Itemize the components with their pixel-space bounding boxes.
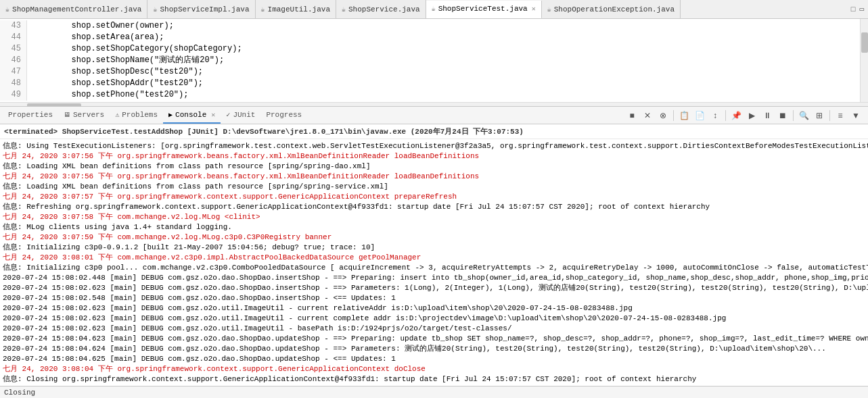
console-header-text: <terminated> ShopServiceTest.testAddShop… (4, 128, 524, 136)
panel-tab-console[interactable]: ▶ Console ✕ (163, 107, 221, 124)
java-icon-2: ☕ (153, 5, 157, 14)
clear-button[interactable]: ↕ (708, 109, 722, 122)
panel-tab-bar: Properties 🖥 Servers ⚠ Problems ▶ Consol… (0, 107, 868, 124)
line-code: shop.setPhone("test20"); (27, 89, 188, 101)
copy-button[interactable]: 📋 (677, 109, 691, 122)
console-line: 七月 24, 2020 3:07:57 下午 org.springframewo… (3, 192, 865, 202)
line-number: 47 (0, 66, 27, 78)
java-icon-4: ☕ (342, 5, 346, 14)
run-button[interactable]: ▶ (745, 109, 758, 122)
code-line-49: 49 shop.setPhone("test20"); (0, 89, 868, 101)
search-button[interactable]: 🔍 (797, 109, 810, 122)
h-scrollbar-thumb[interactable] (27, 103, 81, 107)
console-line: 七月 24, 2020 3:07:56 下午 org.springframewo… (3, 172, 865, 182)
console-line: 信息: MLog clients using java 1.4+ standar… (3, 222, 865, 232)
code-line-47: 47 shop.setShopDesc("test20"); (0, 66, 868, 78)
grid-button[interactable]: ⊞ (813, 109, 826, 122)
console-line: 2020-07-24 15:08:02.623 [main] DEBUG com… (3, 303, 865, 314)
console-line: 2020-07-24 15:08:02.623 [main] DEBUG com… (3, 324, 865, 334)
status-bar: Closing (0, 386, 868, 398)
console-line: 2020-07-24 15:08:04.625 [main] DEBUG com… (3, 354, 865, 364)
line-code: shop.setShopCategory(shopCategory); (27, 43, 242, 55)
console-output[interactable]: 七月 24, 2020 3:07:55 下午 org.springframewo… (0, 139, 868, 386)
line-code: shop.setShopAddr("test20"); (27, 78, 203, 89)
junit-label: JUnit (233, 111, 255, 119)
java-icon-3: ☕ (261, 5, 265, 14)
pause-button[interactable]: ⏸ (760, 109, 774, 122)
panel-tab-servers[interactable]: 🖥 Servers (58, 107, 110, 124)
console-line: 2020-07-24 15:08:02.448 [main] DEBUG com… (3, 273, 865, 283)
tab-image-util[interactable]: ☕ ImageUtil.java (256, 0, 336, 18)
console-line: 2020-07-24 15:08:02.623 [main] DEBUG com… (3, 283, 865, 293)
tab-shop-service-test[interactable]: ☕ ShopServiceTest.java ✕ (426, 1, 542, 19)
tab-shop-management[interactable]: ☕ ShopManagementController.java (0, 0, 147, 18)
menu-button[interactable]: ≡ (833, 109, 847, 122)
tab-controls: □ ▭ (847, 5, 868, 14)
code-line-45: 45 shop.setShopCategory(shopCategory); (0, 43, 868, 55)
panel-tab-junit[interactable]: ✓ JUnit (221, 107, 260, 124)
code-line-44: 44 shop.setArea(area); (0, 32, 868, 43)
separator-2 (725, 110, 726, 121)
console-line: 2020-07-24 15:08:02.548 [main] DEBUG com… (3, 293, 865, 303)
horizontal-scrollbar[interactable] (0, 102, 868, 107)
stop2-button[interactable]: ⏹ (776, 109, 790, 122)
separator-1 (673, 110, 674, 121)
console-header: <terminated> ShopServiceTest.testAddShop… (0, 124, 868, 139)
console-line: 信息: Refreshing org.springframework.conte… (3, 202, 865, 212)
console-line: 2020-07-24 15:08:04.623 [main] DEBUG com… (3, 334, 865, 344)
tab-shop-operation-exception[interactable]: ☕ ShopOperationException.java (542, 0, 681, 18)
line-number: 49 (0, 89, 27, 101)
console-line: 信息: Initializing c3p0 pool... com.mchang… (3, 263, 865, 273)
java-icon-1: ☕ (5, 5, 9, 14)
junit-icon: ✓ (226, 111, 230, 119)
console-line: 七月 24, 2020 3:07:58 下午 com.mchange.v2.lo… (3, 212, 865, 222)
tab-label-1: ShopManagementController.java (12, 5, 141, 14)
console-line: 信息: Initializing c3p0-0.9.1.2 [built 21-… (3, 243, 865, 253)
tab-label-5: ShopServiceTest.java (438, 5, 528, 13)
paste-button[interactable]: 📄 (693, 109, 706, 122)
console-line: 七月 24, 2020 3:08:01 下午 com.mchange.v2.c3… (3, 253, 865, 263)
console-line: 信息: Loading XML bean definitions from cl… (3, 161, 865, 172)
tab-label-2: ShopServiceImpl.java (160, 5, 250, 14)
line-code: shop.setArea(area); (27, 32, 164, 43)
close-tab-icon[interactable]: ✕ (532, 5, 536, 13)
vertical-scrollbar[interactable] (860, 19, 868, 106)
line-number: 46 (0, 55, 27, 66)
separator-3 (793, 110, 794, 121)
line-number: 44 (0, 32, 27, 43)
console-line: 信息: Loading XML bean definitions from cl… (3, 182, 865, 192)
console-icon: ▶ (168, 111, 173, 119)
editor-tab-bar: ☕ ShopManagementController.java ☕ ShopSe… (0, 0, 868, 19)
pin-button[interactable]: 📌 (729, 109, 743, 122)
dropdown-button[interactable]: ▼ (849, 109, 863, 122)
console-line: 2020-07-24 15:08:04.624 [main] DEBUG com… (3, 344, 865, 354)
bottom-panel: Properties 🖥 Servers ⚠ Problems ▶ Consol… (0, 107, 868, 398)
console-line: 七月 24, 2020 3:07:59 下午 com.mchange.v2.lo… (3, 232, 865, 243)
code-line-43: 43 shop.setOwner(owner); (0, 20, 868, 32)
code-content: 43 shop.setOwner(owner); 44 shop.setArea… (0, 19, 868, 102)
code-line-46: 46 shop.setShopName("测试的店铺20"); (0, 55, 868, 66)
console-label: Console (175, 111, 206, 119)
line-number: 48 (0, 78, 27, 89)
terminate-button[interactable]: ⊗ (656, 109, 670, 122)
separator-4 (829, 110, 830, 121)
close-console-button[interactable]: ✕ (641, 109, 654, 122)
line-code: shop.setShopDesc("test20"); (27, 66, 203, 78)
panel-tab-problems[interactable]: ⚠ Problems (110, 107, 163, 124)
progress-label: Progress (266, 111, 302, 119)
console-close-icon[interactable]: ✕ (211, 111, 215, 119)
tab-shop-service-impl[interactable]: ☕ ShopServiceImpl.java (147, 0, 255, 18)
status-text: Closing (4, 389, 35, 397)
line-code: shop.setShopName("测试的店铺20"); (27, 55, 224, 66)
code-editor: 43 shop.setOwner(owner); 44 shop.setArea… (0, 19, 868, 107)
panel-tab-properties[interactable]: Properties (3, 107, 58, 124)
minimize-icon[interactable]: □ (850, 5, 857, 14)
stop-button[interactable]: ■ (625, 109, 639, 122)
scrollbar-thumb[interactable] (861, 32, 868, 53)
line-code: shop.setOwner(owner); (27, 20, 174, 32)
maximize-icon[interactable]: ▭ (858, 5, 865, 14)
tab-shop-service[interactable]: ☕ ShopService.java (336, 0, 426, 18)
servers-icon: 🖥 (64, 111, 70, 119)
panel-tab-progress[interactable]: Progress (260, 107, 307, 124)
tab-label-3: ImageUtil.java (268, 5, 330, 14)
